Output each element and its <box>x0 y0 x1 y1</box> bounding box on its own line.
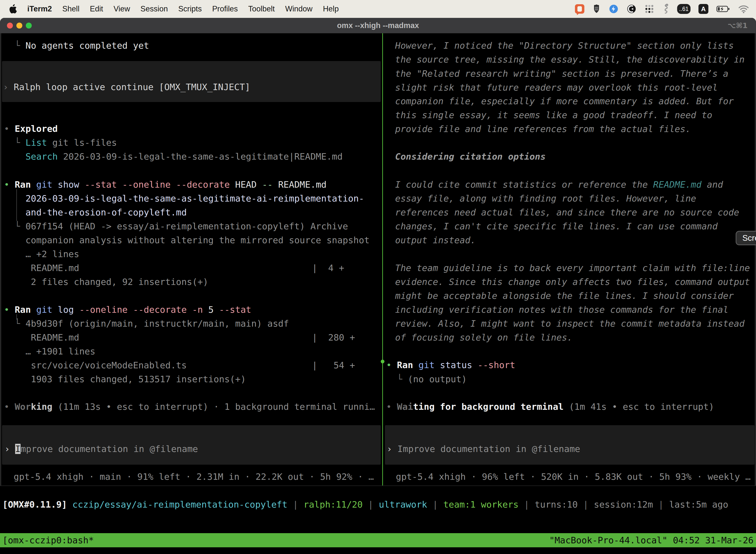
text-segment: | 4 + <box>312 261 344 275</box>
dark-crescent-icon[interactable] <box>627 3 636 15</box>
composer-input-left[interactable]: › Improve documentation in @filename <box>4 442 198 456</box>
text-segment: └ <box>4 221 25 231</box>
terminal-content[interactable]: └ No agents completed yet› Ralph loop ac… <box>0 33 756 554</box>
text-segment: companion file, especially if more comme… <box>395 96 734 106</box>
text-segment: README.md <box>4 332 79 342</box>
terminal-line: of focusing solely on file lines. <box>395 331 572 344</box>
menu-item-view[interactable]: View <box>114 4 130 13</box>
shield-grid-icon[interactable] <box>592 3 601 15</box>
text-segment: 067f154 (HEAD -> essay/ai-reimplementati… <box>25 221 348 231</box>
apple-logo-icon[interactable] <box>9 4 17 14</box>
text-segment: git <box>36 179 58 189</box>
battery-charging-icon[interactable] <box>716 3 730 15</box>
terminal-line: the source tree, missing the essay. Stil… <box>395 53 745 66</box>
text-segment: Ran <box>397 360 419 370</box>
text-segment: turns:10 <box>535 499 578 510</box>
text-segment: and-the-erosion-of-copyleft.md <box>4 207 187 217</box>
text-segment: I <box>15 444 20 454</box>
text-segment: king <box>31 402 52 412</box>
text-segment: the "Related research writing" section i… <box>395 68 729 79</box>
text-segment: List <box>25 137 47 148</box>
terminal-line: companion analysis without altering the … <box>4 233 370 247</box>
wifi-icon[interactable] <box>738 3 749 15</box>
text-segment: status <box>440 360 478 370</box>
terminal-line: and-the-erosion-of-copyleft.md <box>4 206 187 219</box>
text-segment: provide file and line references from th… <box>395 124 691 134</box>
text-segment: README.md <box>653 179 701 189</box>
tmux-host-clock-label: "MacBook-Pro-44.local" 04:52 31-Mar-26 <box>549 535 754 545</box>
text-segment: | 54 + <box>312 358 355 372</box>
terminal-line: Considering citation options <box>395 150 546 164</box>
hook-icon[interactable] <box>662 3 669 15</box>
text-segment: README.md <box>278 179 326 189</box>
ralph-loop-banner[interactable]: › Ralph loop active continue [OMX_TMUX_I… <box>3 80 250 94</box>
terminal-line: companion file, especially if more comme… <box>395 94 734 108</box>
terminal-line: └ 4b9d30f (origin/main, instructkr/main,… <box>4 317 289 331</box>
screen-overlay-chip[interactable]: Scre <box>736 231 756 245</box>
status-separator <box>0 486 756 486</box>
terminal-line: output instead. <box>395 233 476 247</box>
terminal-line: README.md| 4 + <box>4 261 79 275</box>
text-segment: Explored <box>15 124 58 134</box>
terminal-line: review. Also, I might want to inspect th… <box>395 317 745 331</box>
window-title-bar[interactable]: omx --xhigh --madmax ⌥⌘1 <box>0 18 756 33</box>
text-segment: changes, I can't cite specific file line… <box>395 221 717 231</box>
menu-item-session[interactable]: Session <box>140 4 168 13</box>
text-segment: • <box>4 402 15 412</box>
terminal-line: slight risk that future readers may over… <box>395 81 717 95</box>
text-segment: (11m 13s • esc to interrupt) · 1 backgro… <box>52 402 375 412</box>
screen-overlay-label: Scre <box>742 233 756 243</box>
text-segment: › <box>3 82 14 92</box>
terminal-line: The team guideline is to back every impo… <box>395 261 750 275</box>
text-segment: • <box>386 402 397 412</box>
text-segment: git <box>419 360 440 370</box>
text-segment: | 280 + <box>312 331 355 344</box>
terminal-line: 1903 files changed, 513517 insertions(+) <box>4 372 246 386</box>
menu-item-help[interactable]: Help <box>323 4 339 13</box>
composer-input-right[interactable]: › Improve documentation in @filename <box>387 442 580 456</box>
terminal-line: └ 067f154 (HEAD -> essay/ai-reimplementa… <box>4 219 348 233</box>
text-segment: review. Also, I might want to inspect th… <box>395 319 745 329</box>
terminal-line: README.md| 280 + <box>4 331 79 344</box>
menu-item-shell[interactable]: Shell <box>62 4 79 13</box>
input-source-icon[interactable]: A <box>698 4 708 14</box>
tmux-status-bar: [omx-cczip0:bash* "MacBook-Pro-44.local"… <box>0 533 756 547</box>
menu-item-iterm2[interactable]: iTerm2 <box>27 4 52 13</box>
menu-item-toolbelt[interactable]: Toolbelt <box>248 4 275 13</box>
text-segment: However, I noticed the "Directory Struct… <box>395 41 734 51</box>
terminal-line: └ List git ls-files <box>4 136 117 150</box>
terminal-line: evidence. Since this change only affects… <box>395 275 750 289</box>
right-terminal-pane[interactable]: However, I noticed the "Directory Struct… <box>383 33 756 486</box>
text-segment: session:12m <box>594 499 653 510</box>
menu-item-edit[interactable]: Edit <box>90 4 103 13</box>
text-segment: essay file, along with finding root file… <box>395 193 696 204</box>
text-segment: • <box>386 360 397 370</box>
blue-bolt-icon[interactable] <box>609 3 619 15</box>
text-segment: • <box>4 304 15 315</box>
text-segment: ting for background terminal <box>413 402 564 412</box>
dots-grid-icon[interactable] <box>644 3 654 15</box>
pane-divider[interactable] <box>382 33 383 486</box>
status-line-left: gpt-5.4 xhigh · main · 91% left · 2.31M … <box>14 470 374 484</box>
terminal-line: • Ran git show --stat --oneline --decora… <box>4 178 327 191</box>
left-terminal-pane[interactable]: └ No agents completed yet› Ralph loop ac… <box>0 33 382 486</box>
text-segment: README.md <box>4 263 79 273</box>
terminal-line: Search 2026-03-09-is-legal-the-same-as-l… <box>4 150 342 164</box>
text-segment: … +2 lines <box>4 249 79 259</box>
menu-item-scripts[interactable]: Scripts <box>178 4 202 13</box>
terminal-line: However, I noticed the "Directory Struct… <box>395 39 734 53</box>
text-segment: | <box>363 499 379 510</box>
macos-menu-bar: iTerm2 Shell Edit View Session Scripts P… <box>0 0 756 18</box>
terminal-line: provide file and line references from th… <box>395 122 691 136</box>
screen-recording-icon[interactable] <box>575 3 584 15</box>
text-segment: The team guideline is to back every impo… <box>395 263 750 273</box>
text-segment: last:5m ago <box>669 499 728 510</box>
text-segment: 2026-03-09-is-legal-the-same-as-legitima… <box>58 151 343 162</box>
menu-item-window[interactable]: Window <box>285 4 313 13</box>
badge-61-icon[interactable]: ..61 <box>677 4 691 14</box>
text-segment: the source tree, missing the essay. Stil… <box>395 54 745 64</box>
text-segment: output instead. <box>395 235 476 245</box>
menu-item-profiles[interactable]: Profiles <box>212 4 238 13</box>
text-segment: (1m 41s • esc to interrupt) <box>564 402 714 412</box>
text-segment: Considering citation options <box>395 151 546 162</box>
